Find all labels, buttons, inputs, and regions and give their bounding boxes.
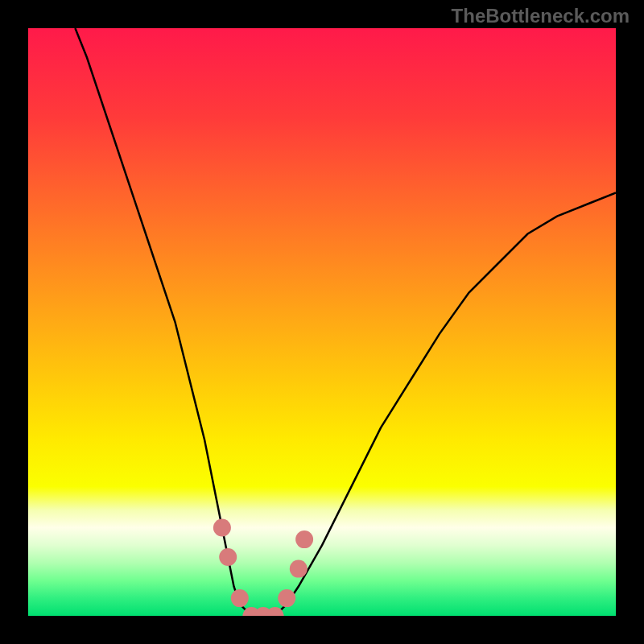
curve-marker: [219, 548, 237, 566]
curve-marker: [295, 530, 313, 548]
chart-container: [28, 28, 616, 616]
bottleneck-curve: [28, 28, 616, 616]
curve-marker: [231, 589, 249, 607]
curve-marker: [278, 589, 295, 607]
curve-marker: [290, 560, 308, 578]
watermark-text: TheBottleneck.com: [452, 5, 630, 27]
curve-marker: [213, 519, 231, 537]
